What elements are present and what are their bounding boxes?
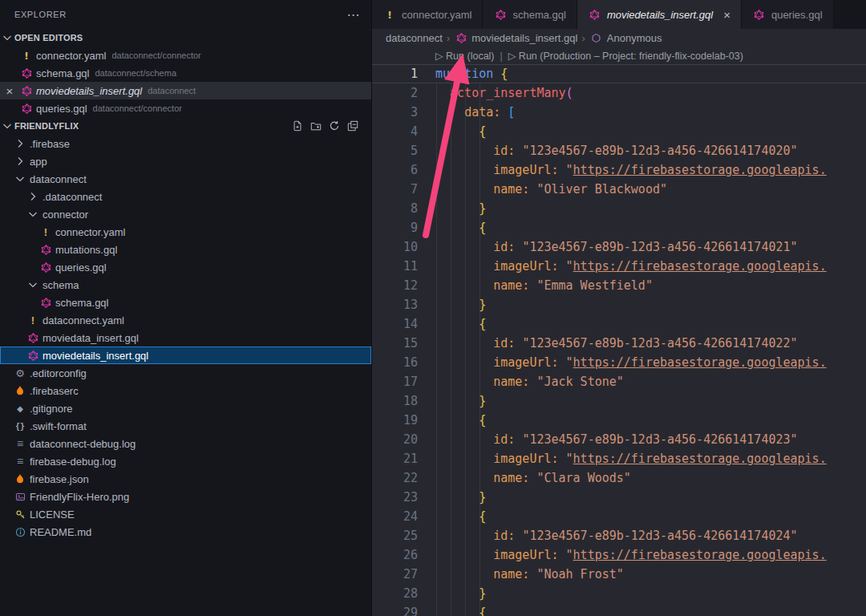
open-editor-item-schema-gql[interactable]: schema.gqldataconnect/schema (0, 64, 371, 82)
tree-item-schema[interactable]: schema (0, 276, 371, 294)
code-line-22[interactable]: 22 name: "Clara Woods" (372, 468, 866, 488)
tree-item-dataconnect-yaml[interactable]: !dataconnect.yaml (0, 311, 371, 329)
code-line-26[interactable]: 26 imageUrl: "https://firebasestorage.go… (372, 545, 866, 565)
graphql-icon (588, 10, 602, 20)
close-tab-icon[interactable]: × (723, 9, 730, 21)
code-line-28[interactable]: 28 } (372, 584, 866, 603)
tree-item-connector[interactable]: connector (0, 205, 371, 223)
more-actions-icon[interactable]: ⋯ (346, 7, 360, 22)
tab-connector-yaml[interactable]: !connector.yaml (372, 0, 483, 29)
tree-item-connector-yaml[interactable]: !connector.yaml (0, 223, 371, 241)
tree-item-gitignore[interactable]: ◆.gitignore (0, 399, 371, 417)
code-line-5[interactable]: 5 id: "123e4567-e89b-12d3-a456-426614174… (372, 141, 866, 160)
vscode-window: EXPLORER ⋯ OPEN EDITORS !connector.yamld… (0, 0, 866, 616)
diamond-icon: ◆ (13, 404, 27, 413)
tree-item-moviedetails-insert-gql[interactable]: moviedetails_insert.gql (0, 346, 371, 364)
breadcrumb-item-dataconnect[interactable]: dataconnect (386, 32, 443, 44)
line-number: 11 (372, 257, 418, 276)
run-production-link[interactable]: ▷ Run (Production – Project: friendly-fl… (508, 50, 743, 62)
code-line-23[interactable]: 23 } (372, 488, 866, 507)
run-local-link[interactable]: ▷ Run (local) (435, 50, 495, 62)
code-line-10[interactable]: 10 id: "123e4567-e89b-12d3-a456-42661417… (372, 237, 866, 257)
line-content: } (418, 584, 866, 603)
code-line-20[interactable]: 20 id: "123e4567-e89b-12d3-a456-42661417… (372, 430, 866, 449)
tab-queries-gql[interactable]: queries.gql (742, 0, 834, 29)
tree-item-dataconnect-debug-log[interactable]: ≡dataconnect-debug.log (0, 435, 371, 452)
code-line-27[interactable]: 27 name: "Noah Frost" (372, 565, 866, 584)
line-content: } (418, 391, 866, 411)
tree-item-mutations-gql[interactable]: mutations.gql (0, 241, 371, 258)
key-icon (13, 509, 27, 520)
code-line-7[interactable]: 7 name: "Oliver Blackwood" (372, 180, 866, 199)
tree-item-app[interactable]: app (0, 152, 371, 170)
tree-item-firebaserc[interactable]: .firebaserc (0, 382, 371, 399)
tree-item-dataconnect[interactable]: .dataconnect (0, 188, 371, 205)
file-tree: .firebaseappdataconnect.dataconnectconne… (0, 135, 371, 541)
file-label: FriendlyFlix-Hero.png (30, 491, 129, 503)
new-folder-icon[interactable] (310, 120, 322, 132)
code-line-25[interactable]: 25 id: "123e4567-e89b-12d3-a456-42661417… (372, 526, 866, 545)
project-section-header[interactable]: FRIENDLYFLIX (0, 117, 371, 135)
code-line-1[interactable]: 1mutation { (372, 64, 866, 83)
tab-schema-gql[interactable]: schema.gql (483, 0, 577, 29)
info-icon (13, 527, 27, 537)
tree-item-friendlyflix-hero-png[interactable]: FriendlyFlix-Hero.png (0, 488, 371, 505)
graphql-icon (38, 298, 53, 308)
tree-item-swift-format[interactable]: {}.swift-format (0, 417, 371, 435)
code-line-19[interactable]: 19 { (372, 411, 866, 430)
code-line-9[interactable]: 9 { (372, 218, 866, 237)
code-line-24[interactable]: 24 { (372, 507, 866, 526)
code-line-8[interactable]: 8 } (372, 199, 866, 218)
tab-label: queries.gql (771, 9, 823, 21)
tree-item-editorconfig[interactable]: ⚙.editorconfig (0, 364, 371, 382)
open-editor-item-queries-gql[interactable]: queries.gqldataconnect/connector (0, 99, 371, 117)
line-content: id: "123e4567-e89b-12d3-a456-42661417402… (418, 526, 866, 545)
code-line-15[interactable]: 15 id: "123e4567-e89b-12d3-a456-42661417… (372, 334, 866, 353)
line-content: id: "123e4567-e89b-12d3-a456-42661417402… (418, 430, 866, 449)
code-line-14[interactable]: 14 { (372, 314, 866, 334)
chevron-down-icon (13, 172, 27, 185)
tree-item-readme-md[interactable]: README.md (0, 523, 371, 541)
code-line-11[interactable]: 11 imageUrl: "https://firebasestorage.go… (372, 257, 866, 276)
tree-item-schema-gql[interactable]: schema.gql (0, 294, 371, 311)
tree-item-moviedata-insert-gql[interactable]: moviedata_insert.gql (0, 329, 371, 346)
open-editors-section-header[interactable]: OPEN EDITORS (0, 29, 371, 47)
close-editor-icon[interactable]: × (0, 85, 19, 97)
code-editor[interactable]: 1mutation {2 actor_insertMany(3 data: [4… (372, 64, 866, 616)
chevron-down-icon (0, 120, 14, 132)
breadcrumb-item-anonymous[interactable]: Anonymous (589, 32, 662, 44)
line-content: imageUrl: "https://firebasestorage.googl… (418, 160, 866, 180)
code-line-29[interactable]: 29 { (372, 603, 866, 616)
tree-item-firebase-debug-log[interactable]: ≡firebase-debug.log (0, 452, 371, 470)
tree-item-license[interactable]: LICENSE (0, 505, 371, 523)
refresh-icon[interactable] (329, 120, 340, 132)
file-label: mutations.gql (55, 244, 117, 256)
code-line-4[interactable]: 4 { (372, 122, 866, 141)
breadcrumb-label: Anonymous (607, 32, 662, 44)
open-editor-item-moviedetails-insert-gql[interactable]: ×moviedetails_insert.gqldataconnect (0, 82, 371, 99)
line-number: 17 (372, 372, 418, 391)
code-line-6[interactable]: 6 imageUrl: "https://firebasestorage.goo… (372, 160, 866, 180)
breadcrumb-item-moviedetails-insert-gql[interactable]: moviedetails_insert.gql (454, 32, 577, 44)
tree-item-firebase[interactable]: .firebase (0, 135, 371, 152)
open-editor-item-connector-yaml[interactable]: !connector.yamldataconnect/connector (0, 47, 371, 64)
code-line-12[interactable]: 12 name: "Emma Westfield" (372, 276, 866, 295)
code-line-18[interactable]: 18 } (372, 391, 866, 411)
tab-label: moviedetails_insert.gql (607, 9, 713, 21)
tree-item-firebase-json[interactable]: firebase.json (0, 470, 371, 488)
new-file-icon[interactable] (292, 120, 303, 132)
section-actions (292, 120, 371, 132)
code-line-21[interactable]: 21 imageUrl: "https://firebasestorage.go… (372, 449, 866, 468)
code-line-3[interactable]: 3 data: [ (372, 103, 866, 122)
code-line-13[interactable]: 13 } (372, 295, 866, 314)
tree-item-dataconnect[interactable]: dataconnect (0, 170, 371, 188)
line-number: 29 (372, 603, 418, 616)
code-line-2[interactable]: 2 actor_insertMany( (372, 83, 866, 103)
code-line-17[interactable]: 17 name: "Jack Stone" (372, 372, 866, 391)
tab-moviedetails-insert-gql[interactable]: moviedetails_insert.gql× (577, 0, 742, 29)
collapse-all-icon[interactable] (347, 120, 358, 132)
code-line-16[interactable]: 16 imageUrl: "https://firebasestorage.go… (372, 353, 866, 372)
tree-item-queries-gql[interactable]: queries.gql (0, 258, 371, 276)
line-content: { (418, 218, 866, 237)
breadcrumb-separator: › (581, 32, 585, 44)
